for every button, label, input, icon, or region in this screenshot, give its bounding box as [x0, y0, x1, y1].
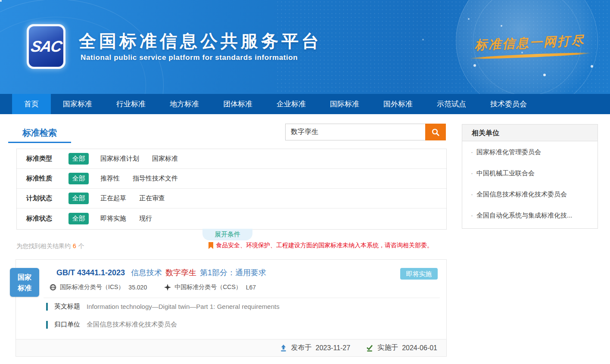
committee-label: 归口单位	[54, 320, 80, 329]
filter-label: 标准性质	[26, 174, 68, 183]
ccs-label: 中国标准分类号（CCS）	[174, 283, 242, 291]
bullet-dot: ·	[471, 148, 473, 156]
globe-icon	[50, 284, 56, 291]
filter-option[interactable]: 国家标准计划	[100, 155, 139, 163]
classification-meta-row: 国际标准分类号（ICS） 35.020 中国标准分类号（CCS） L67	[50, 283, 256, 291]
filter-option[interactable]: 正在起草	[100, 194, 126, 202]
standard-title-highlight: 数字孪生	[165, 268, 196, 277]
type-badge-line2: 标准	[10, 283, 39, 293]
nav-item-home[interactable]: 首页	[12, 94, 51, 114]
filter-all-button[interactable]: 全部	[68, 173, 89, 184]
sac-logo-tile: SAC	[29, 26, 63, 67]
result-count: 6	[73, 243, 76, 249]
related-units-panel: 相关单位 ·国家标准化管理委员会 ·中国机械工业联合会 ·全国信息技术标准化技术…	[462, 124, 598, 229]
nav-item-group-standards[interactable]: 团体标准	[211, 94, 265, 114]
sac-logo[interactable]: SAC	[27, 24, 65, 69]
ics-label: 国际标准分类号（ICS）	[60, 283, 124, 291]
english-title-label: 英文标题	[54, 302, 80, 311]
nav-item-industry-standards[interactable]: 行业标准	[104, 94, 158, 114]
filter-all-button[interactable]: 全部	[68, 213, 89, 224]
sidebar-item-label: 全国自动化系统与集成标准化技...	[476, 212, 573, 219]
standard-title-part1: 信息技术	[131, 268, 162, 277]
standard-type-badge: 国家 标准	[10, 268, 39, 297]
sidebar-item-machinery-federation[interactable]: ·中国机械工业联合会	[462, 162, 598, 184]
filter-label: 计划状态	[26, 194, 68, 202]
nav-item-pilot-programs[interactable]: 示范试点	[425, 94, 478, 114]
standard-title-link[interactable]: GB/T 43441.1-2023信息技术数字孪生第1部分：通用要求	[56, 268, 266, 278]
ccs-value: L67	[246, 284, 256, 291]
filter-row-standard-type: 标准类型 全部 国家标准计划 国家标准	[17, 149, 446, 169]
type-badge-line1: 国家	[10, 272, 39, 283]
filter-option[interactable]: 即将实施	[100, 215, 126, 223]
filter-option[interactable]: 国家标准	[152, 155, 178, 163]
filter-row-standard-status: 标准状态 全部 即将实施 现行	[17, 208, 446, 228]
main-nav: 首页 国家标准 行业标准 地方标准 团体标准 企业标准 国际标准 国外标准 示范…	[0, 94, 610, 114]
filter-all-button[interactable]: 全部	[68, 193, 89, 204]
standard-title-part2: 第1部分：通用要求	[200, 268, 266, 277]
detail-bar-decoration	[46, 303, 48, 311]
bullet-dot: ·	[471, 212, 473, 219]
nav-item-foreign-standards[interactable]: 国外标准	[371, 94, 425, 114]
implemented-date: 2024-06-01	[402, 344, 437, 352]
standard-result-card: 国家 标准 GB/T 43441.1-2023信息技术数字孪生第1部分：通用要求…	[16, 259, 447, 357]
related-units-title: 相关单位	[462, 124, 598, 141]
sidebar-item-it-standardization-committee[interactable]: ·全国信息技术标准化技术委员会	[462, 184, 598, 205]
card-divider	[44, 298, 440, 298]
sidebar-item-sac[interactable]: ·国家标准化管理委员会	[462, 141, 598, 162]
sidebar-item-label: 国家标准化管理委员会	[476, 148, 541, 156]
filter-label: 标准类型	[26, 155, 68, 163]
compass-icon	[164, 284, 171, 291]
filter-panel: 标准类型 全部 国家标准计划 国家标准 标准性质 全部 推荐性 指导性技术文件 …	[16, 149, 447, 230]
tab-standard-search[interactable]: 标准检索	[8, 125, 71, 143]
detail-bar-decoration	[46, 321, 48, 329]
bookmark-icon	[209, 242, 213, 249]
ics-value: 35.020	[128, 284, 147, 291]
filter-row-plan-status: 计划状态 全部 正在起草 正在审查	[17, 189, 446, 208]
nav-item-technical-committees[interactable]: 技术委员会	[478, 94, 539, 114]
result-summary-suffix: 个	[78, 243, 84, 249]
nav-item-national-standards[interactable]: 国家标准	[51, 94, 104, 114]
sidebar-item-label: 全国信息技术标准化技术委员会	[476, 190, 567, 198]
filter-option[interactable]: 指导性技术文件	[133, 174, 178, 183]
standard-code: GB/T 43441.1-2023	[56, 268, 125, 277]
implemented-label: 实施于	[377, 343, 398, 352]
result-summary-prefix: 为您找到相关结果约	[16, 243, 71, 249]
card-footer: 发布于 2023-11-27 实施于 2024-06-01	[16, 339, 446, 356]
publish-upload-icon	[280, 344, 287, 352]
search-icon	[431, 128, 440, 137]
committee-value: 全国信息技术标准化技术委员会	[87, 320, 177, 329]
bullet-dot: ·	[471, 190, 473, 198]
filter-option[interactable]: 现行	[139, 215, 152, 223]
filter-option[interactable]: 推荐性	[100, 174, 120, 183]
filter-row-standard-nature: 标准性质 全部 推荐性 指导性技术文件	[17, 169, 446, 189]
sidebar-item-automation-systems-committee[interactable]: ·全国自动化系统与集成标准化技...	[462, 205, 598, 226]
committee-row: 归口单位 全国信息技术标准化技术委员会	[46, 320, 177, 329]
site-header: SAC 全国标准信息公共服务平台 National public service…	[0, 0, 610, 94]
published-date: 2023-11-27	[316, 344, 351, 352]
result-summary: 为您找到相关结果约6个	[16, 243, 84, 250]
search-input[interactable]	[285, 124, 425, 140]
filter-option[interactable]: 正在审查	[139, 194, 165, 202]
sparkle-dots-decoration	[0, 0, 2, 2]
english-title-row: 英文标题 Information technology—Digital twin…	[46, 302, 280, 311]
english-title-value: Information technology—Digital twin—Part…	[87, 303, 280, 310]
filter-label: 标准状态	[26, 215, 68, 223]
sac-logo-text: SAC	[29, 37, 62, 56]
site-title: 全国标准信息公共服务平台	[79, 29, 322, 53]
expand-conditions-button[interactable]: 展开条件	[202, 229, 252, 240]
bullet-dot: ·	[471, 169, 473, 177]
nav-item-local-standards[interactable]: 地方标准	[158, 94, 211, 114]
search-button[interactable]	[425, 124, 446, 140]
nav-item-international-standards[interactable]: 国际标准	[318, 94, 371, 114]
implement-check-icon	[366, 344, 373, 352]
notice-text: 食品安全、环境保护、工程建设方面的国家标准未纳入本系统，请咨询相关部委。	[216, 242, 433, 249]
search-box	[285, 124, 446, 140]
system-notice: 食品安全、环境保护、工程建设方面的国家标准未纳入本系统，请咨询相关部委。	[209, 242, 433, 249]
filter-all-button[interactable]: 全部	[68, 153, 89, 165]
page: SAC 全国标准信息公共服务平台 National public service…	[0, 0, 610, 364]
implemented-date-group: 实施于 2024-06-01	[366, 343, 437, 352]
status-badge: 即将实施	[400, 268, 438, 280]
published-label: 发布于	[291, 343, 312, 352]
site-subtitle: National public service platform for sta…	[81, 53, 298, 62]
nav-item-enterprise-standards[interactable]: 企业标准	[265, 94, 318, 114]
